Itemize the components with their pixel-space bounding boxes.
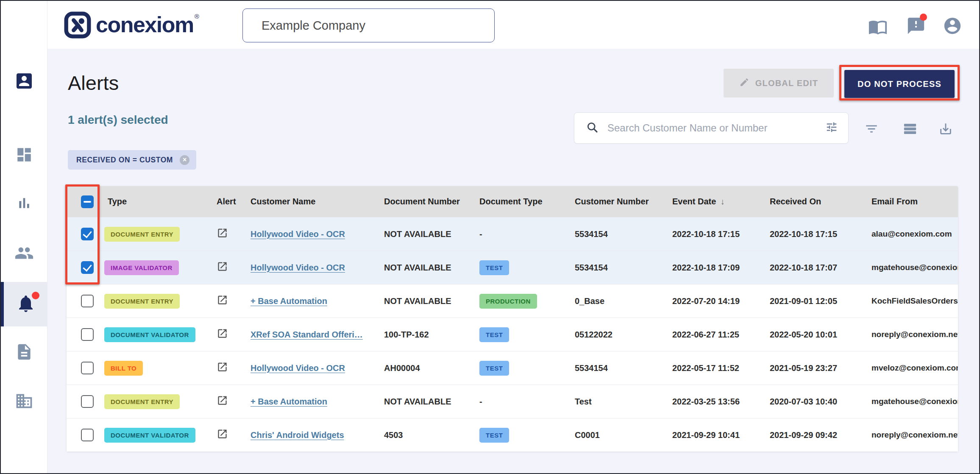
row-checkbox[interactable] <box>81 295 94 307</box>
search-input[interactable] <box>607 122 825 134</box>
alert-cell <box>211 395 245 408</box>
do-not-process-button[interactable]: DO NOT PROCESS <box>844 70 955 98</box>
document-type-badge: TEST <box>479 327 509 342</box>
sidebar-item-dashboard[interactable] <box>1 146 47 165</box>
sidebar-item-account[interactable] <box>1 71 47 93</box>
download-icon[interactable] <box>938 122 953 138</box>
table-row[interactable]: DOCUMENT ENTRY Hollywood Video - OCR NOT… <box>67 217 958 251</box>
table-row[interactable]: DOCUMENT VALIDATOR Chris' Android Widget… <box>67 418 958 452</box>
column-header[interactable]: Document Type <box>473 197 569 206</box>
column-header[interactable]: Event Date↓ <box>666 197 764 206</box>
open-alert-icon[interactable] <box>217 361 228 373</box>
type-cell: DOCUMENT VALIDATOR <box>102 327 211 342</box>
type-cell: DOCUMENT VALIDATOR <box>102 428 211 443</box>
filter-chip-text: RECEIVED ON = CUSTOM <box>76 156 173 165</box>
table-row[interactable]: BILL TO Hollywood Video - OCR AH00004 TE… <box>67 351 958 385</box>
global-edit-button[interactable]: GLOBAL EDIT <box>724 69 834 98</box>
tune-icon[interactable] <box>825 121 838 135</box>
open-alert-icon[interactable] <box>217 261 228 272</box>
customer-link[interactable]: + Base Automation <box>251 296 327 306</box>
search-bar[interactable] <box>574 112 849 144</box>
event-date-cell: 2022-10-18 17:15 <box>666 229 764 239</box>
sidebar-item-reports[interactable] <box>1 195 47 213</box>
conexiom-logo[interactable]: conexiom ® <box>64 11 199 41</box>
company-selector[interactable]: Example Company <box>242 8 495 42</box>
filter-chip[interactable]: RECEIVED ON = CUSTOM × <box>68 150 196 170</box>
alert-cell <box>211 428 245 442</box>
type-badge: DOCUMENT ENTRY <box>104 227 180 242</box>
row-select-cell <box>67 429 102 441</box>
document-number-cell: 4503 <box>378 430 473 440</box>
table-row[interactable]: DOCUMENT ENTRY + Base Automation NOT AVA… <box>67 385 958 418</box>
column-header[interactable]: Type <box>102 197 211 206</box>
event-date-cell: 2022-06-27 11:25 <box>666 330 764 340</box>
logo-text: conexiom <box>96 11 194 38</box>
column-header[interactable]: Document Number <box>378 197 473 206</box>
row-select-cell <box>67 261 102 274</box>
sidebar-item-company[interactable] <box>1 392 47 412</box>
page-title: Alerts <box>68 71 119 95</box>
row-select-cell <box>67 295 102 307</box>
customer-link[interactable]: Hollywood Video - OCR <box>251 263 345 272</box>
customer-link[interactable]: + Base Automation <box>251 397 327 406</box>
row-checkbox[interactable] <box>81 228 94 240</box>
document-number-cell: 100-TP-162 <box>378 330 473 340</box>
alert-cell <box>211 227 245 241</box>
customer-name-cell: XRef SOA Standard Offeri… <box>245 330 378 340</box>
customer-link[interactable]: Chris' Android Widgets <box>251 430 344 440</box>
open-alert-icon[interactable] <box>217 428 228 440</box>
row-checkbox[interactable] <box>81 261 94 274</box>
type-badge: DOCUMENT VALIDATOR <box>104 428 195 443</box>
event-date-cell: 2022-03-25 13:56 <box>666 397 764 407</box>
account-icon[interactable] <box>943 16 962 37</box>
open-alert-icon[interactable] <box>217 395 228 406</box>
alert-cell <box>211 361 245 375</box>
column-header[interactable]: Alert <box>211 197 245 206</box>
filter-chip-value: CUSTOM <box>139 156 173 164</box>
row-checkbox[interactable] <box>81 395 94 408</box>
event-date-cell: 2022-05-17 11:52 <box>666 363 764 373</box>
customer-link[interactable]: Hollywood Video - OCR <box>251 229 345 239</box>
customer-link[interactable]: Hollywood Video - OCR <box>251 363 345 373</box>
sort-desc-icon[interactable]: ↓ <box>720 197 724 206</box>
sidebar-item-users[interactable] <box>1 243 47 265</box>
account-box-icon <box>14 71 34 93</box>
table-row[interactable]: DOCUMENT ENTRY + Base Automation NOT AVA… <box>67 284 958 318</box>
table-rows-icon[interactable] <box>903 122 917 138</box>
column-header[interactable]: Email From <box>866 197 958 206</box>
feedback-notification-dot <box>920 14 927 21</box>
feedback-icon[interactable] <box>906 16 926 37</box>
document-type-cell: - <box>473 229 569 239</box>
customer-link[interactable]: XRef SOA Standard Offeri… <box>251 330 363 339</box>
customer-number-cell: 5534154 <box>569 363 666 373</box>
row-checkbox[interactable] <box>81 429 94 441</box>
email-from-cell: mgatehouse@conexiom.c… <box>866 263 958 272</box>
table-row[interactable]: DOCUMENT VALIDATOR XRef SOA Standard Off… <box>67 318 958 351</box>
document-type-badge: TEST <box>479 361 509 376</box>
received-on-cell: 2022-10-18 17:15 <box>764 229 866 239</box>
customer-number-cell: 05122022 <box>569 330 666 340</box>
chip-close-icon[interactable]: × <box>180 155 189 165</box>
sidebar-item-alerts[interactable] <box>1 282 47 326</box>
document-number-cell: NOT AVAILABLE <box>378 296 473 306</box>
table-row[interactable]: IMAGE VALIDATOR Hollywood Video - OCR NO… <box>67 251 958 284</box>
column-header[interactable]: Customer Number <box>569 197 666 206</box>
column-header[interactable]: Customer Name <box>245 197 378 206</box>
email-from-cell: alau@conexiom.com <box>866 229 958 239</box>
book-icon[interactable] <box>868 17 888 38</box>
alert-cell <box>211 261 245 274</box>
open-alert-icon[interactable] <box>217 294 228 306</box>
sidebar-item-documents[interactable] <box>1 343 47 363</box>
select-all-checkbox[interactable] <box>81 195 94 208</box>
row-checkbox[interactable] <box>81 362 94 374</box>
row-select-cell <box>67 328 102 341</box>
row-select-cell <box>67 228 102 240</box>
open-alert-icon[interactable] <box>217 328 228 339</box>
type-badge: DOCUMENT ENTRY <box>104 394 180 409</box>
document-number-cell: NOT AVAILABLE <box>378 263 473 273</box>
column-header[interactable]: Received On <box>764 197 866 206</box>
filter-list-icon[interactable] <box>864 122 879 138</box>
bell-icon <box>16 293 36 315</box>
open-alert-icon[interactable] <box>217 227 228 239</box>
row-checkbox[interactable] <box>81 328 94 341</box>
